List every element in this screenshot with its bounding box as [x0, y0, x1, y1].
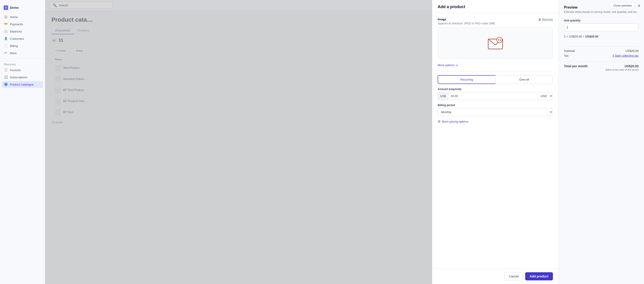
sidebar-item-customers[interactable]: 👤 Customers [2, 35, 43, 42]
total-label: Total per month [564, 64, 588, 68]
shortcuts-nav: 📋 Invoices 🔄 Subscriptions 🔵 Product cat… [0, 67, 45, 88]
top-close-bar: Close preview × [606, 0, 644, 11]
pricing-tab-recurring[interactable]: Recurring [438, 75, 496, 84]
shortcuts-label: Shortcuts [0, 60, 45, 67]
more-pricing-button[interactable]: ⚙ More pricing options [438, 120, 468, 123]
tax-link-text: Start collecting tax [615, 54, 638, 57]
calc-result: US$20.00 [585, 35, 598, 38]
main-area: 🔍 Product cata… All products Coupons All… [45, 0, 644, 284]
billing-period-label: Billing period [438, 104, 553, 107]
tax-row: Tax ℹ Start collecting tax [564, 54, 638, 57]
sidebar-item-more-label: More [10, 52, 17, 55]
logo-icon: D [4, 6, 8, 10]
customers-icon: 👤 [4, 37, 8, 40]
more-icon: ••• [4, 51, 8, 55]
sidebar-item-product-catalogue[interactable]: 🔵 Product catalogue [2, 81, 43, 88]
billing-period-group: Billing period Monthly Yearly Weekly [438, 104, 553, 116]
sidebar-item-balances-label: Balances [10, 30, 22, 33]
remove-label: Remove [542, 18, 553, 21]
sidebar-item-subscriptions-label: Subscriptions [10, 76, 28, 79]
start-collecting-tax-link[interactable]: ℹ Start collecting tax [613, 54, 638, 57]
amount-row: US$ USD EUR GBP [438, 92, 553, 100]
sidebar-item-invoices[interactable]: 📋 Invoices [2, 67, 43, 73]
image-preview: +1 [438, 27, 553, 59]
currency-prefix: US$ [438, 92, 448, 100]
close-x-button[interactable]: × [638, 4, 640, 8]
more-pricing-label: More pricing options [442, 120, 468, 123]
subtotal-label: Subtotal [564, 49, 575, 53]
subtotal-row: Subtotal US$20.00 [564, 49, 638, 53]
image-label: Image [438, 18, 446, 21]
preview-panel: Preview Estimate totals based on pricing… [558, 0, 644, 284]
calc-text: 1 × US$20.00 = [564, 35, 585, 38]
modal-footer: Cancel Add product [432, 268, 558, 284]
unit-quantity-input[interactable] [564, 24, 638, 31]
balances-icon: ⚖️ [4, 30, 8, 33]
sidebar: D Demo 🏠 Home 💳 Payments ⚖️ Balances 👤 C… [0, 0, 45, 284]
overlay-backdrop[interactable] [45, 0, 432, 284]
sidebar-item-balances[interactable]: ⚖️ Balances [2, 28, 43, 35]
total-value: US$20.00 [624, 64, 638, 68]
amount-input[interactable] [448, 92, 537, 100]
subtotal-value: US$20.00 [626, 49, 638, 53]
subscriptions-icon: 🔄 [4, 75, 8, 79]
image-hint: Appears at checkout. JPEG or PNG under 2… [438, 22, 553, 25]
amount-label: Amount (required) [438, 88, 553, 91]
app-logo: D Demo [0, 4, 45, 14]
total-row: Total per month US$20.00 [564, 64, 638, 68]
billing-period-select[interactable]: Monthly Yearly Weekly [438, 108, 553, 116]
sidebar-item-more[interactable]: ••• More [2, 50, 43, 57]
preview-divider-2 [564, 61, 638, 62]
modal-panel: Add a product Image 🗑 Remove Appears at … [432, 0, 558, 284]
sidebar-item-home[interactable]: 🏠 Home [2, 14, 43, 20]
modal-body: Image 🗑 Remove Appears at checkout. JPEG… [432, 13, 558, 268]
gear-icon: ⚙ [438, 120, 440, 123]
tax-label: Tax [564, 54, 568, 57]
amount-group: Amount (required) US$ USD EUR GBP [438, 88, 553, 100]
home-icon: 🏠 [4, 15, 8, 19]
section-divider [438, 71, 553, 72]
trash-icon: 🗑 [538, 18, 541, 21]
product-catalogue-icon: 🔵 [4, 83, 8, 86]
sidebar-item-billing[interactable]: 📄 Billing [2, 43, 43, 49]
billed-note: Billed at the start of the period [564, 68, 638, 71]
unit-quantity-label: Unit quantity [564, 19, 638, 22]
svg-text:+1: +1 [498, 38, 501, 42]
modal-overlay: Add a product Image 🗑 Remove Appears at … [45, 0, 644, 284]
modal-title: Add a product [438, 5, 553, 9]
payments-icon: 💳 [4, 22, 8, 26]
currency-select[interactable]: USD EUR GBP [537, 92, 553, 100]
more-options-button[interactable]: More options ∨ [438, 64, 458, 67]
sidebar-item-customers-label: Customers [10, 37, 24, 40]
sidebar-item-invoices-label: Invoices [10, 68, 21, 72]
preview-divider [564, 46, 638, 47]
pricing-tabs: Recurring One-off [438, 75, 553, 84]
billing-icon: 📄 [4, 44, 8, 48]
invoices-icon: 📋 [4, 68, 8, 72]
remove-image-button[interactable]: 🗑 Remove [538, 18, 553, 21]
envelope-svg: +1 [486, 34, 504, 52]
image-section-header: Image 🗑 Remove [438, 18, 553, 21]
sidebar-item-home-label: Home [10, 15, 18, 19]
chevron-down-icon: ∨ [456, 64, 458, 67]
sidebar-item-product-catalogue-label: Product catalogue [10, 83, 34, 86]
sidebar-item-subscriptions[interactable]: 🔄 Subscriptions [2, 74, 43, 81]
sidebar-nav: 🏠 Home 💳 Payments ⚖️ Balances 👤 Customer… [0, 14, 45, 57]
more-options-label: More options [438, 64, 454, 67]
modal-header: Add a product [432, 0, 558, 13]
sidebar-item-billing-label: Billing [10, 44, 18, 48]
sidebar-item-payments[interactable]: 💳 Payments [2, 21, 43, 28]
pricing-tab-oneoff[interactable]: One-off [496, 75, 553, 84]
app-name: Demo [10, 6, 19, 10]
image-section: Image 🗑 Remove Appears at checkout. JPEG… [438, 18, 553, 59]
info-icon: ℹ [613, 54, 614, 57]
add-product-button[interactable]: Add product [525, 272, 553, 280]
close-preview-button[interactable]: Close preview [610, 2, 635, 9]
cancel-button[interactable]: Cancel [504, 272, 523, 280]
sidebar-item-payments-label: Payments [10, 23, 23, 26]
preview-calc: 1 × US$20.00 = US$20.00 [564, 35, 638, 38]
